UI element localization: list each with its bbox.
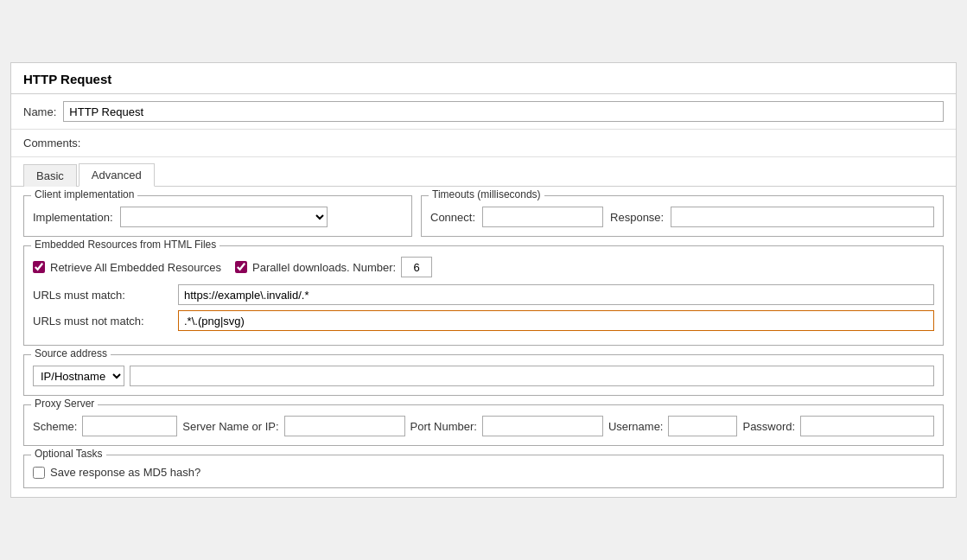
proxy-legend: Proxy Server [31, 398, 98, 410]
retrieve-label: Retrieve All Embedded Resources [50, 261, 221, 274]
embedded-checkboxes-row: Retrieve All Embedded Resources Parallel… [33, 257, 934, 277]
source-address-fieldset: Source address IP/Hostname Device IP [23, 354, 944, 396]
scheme-label: Scheme: [33, 420, 77, 433]
source-legend: Source address [31, 347, 111, 360]
tab-basic[interactable]: Basic [23, 164, 77, 187]
client-impl-fieldset: Client implementation Implementation: HT… [23, 195, 412, 237]
urls-must-match-row: URLs must match: [33, 284, 934, 305]
impl-label: Implementation: [33, 211, 113, 224]
password-label: Password: [742, 420, 795, 433]
embedded-content: Retrieve All Embedded Resources Parallel… [33, 257, 934, 331]
name-input[interactable] [63, 101, 944, 122]
panel-title: HTTP Request [11, 63, 956, 94]
tabs-row: Basic Advanced [11, 157, 956, 187]
urls-must-not-match-label: URLs must not match: [33, 315, 171, 328]
port-label: Port Number: [410, 420, 477, 433]
connect-label: Connect: [430, 211, 475, 224]
parallel-num-input[interactable] [401, 257, 432, 277]
client-impl-legend: Client implementation [31, 188, 137, 200]
timeouts-legend: Timeouts (milliseconds) [429, 188, 544, 200]
response-input[interactable] [671, 207, 934, 227]
source-type-select[interactable]: IP/Hostname Device IP [33, 366, 124, 386]
timeouts-fieldset: Timeouts (milliseconds) Connect: Respons… [421, 195, 944, 237]
urls-must-match-label: URLs must match: [33, 289, 171, 302]
scheme-input[interactable] [82, 416, 177, 436]
save-md5-checkbox[interactable] [33, 467, 45, 479]
client-impl-content: Implementation: HTTPClient4 Java [33, 207, 403, 227]
name-row: Name: [11, 94, 956, 130]
parallel-label: Parallel downloads. Number: [252, 261, 396, 274]
name-label: Name: [23, 105, 56, 118]
optional-tasks-fieldset: Optional Tasks Save response as MD5 hash… [23, 455, 944, 488]
impl-select[interactable]: HTTPClient4 Java [120, 207, 328, 227]
optional-legend: Optional Tasks [31, 448, 106, 460]
embedded-resources-fieldset: Embedded Resources from HTML Files Retri… [23, 245, 944, 346]
password-input[interactable] [800, 416, 934, 436]
source-value-input[interactable] [130, 366, 934, 386]
parallel-downloads-checkbox[interactable] [235, 261, 247, 273]
retrieve-embedded-checkbox[interactable] [33, 261, 45, 273]
top-fieldsets: Client implementation Implementation: HT… [23, 195, 944, 237]
port-input[interactable] [482, 416, 603, 436]
response-label: Response: [610, 211, 664, 224]
source-content: IP/Hostname Device IP [33, 366, 934, 386]
connect-input[interactable] [482, 207, 603, 227]
proxy-server-fieldset: Proxy Server Scheme: Server Name or IP: … [23, 404, 944, 446]
save-md5-label: Save response as MD5 hash? [50, 466, 200, 479]
timeouts-content: Connect: Response: [430, 207, 934, 227]
advanced-tab-content: Client implementation Implementation: HT… [11, 195, 956, 488]
urls-must-not-match-input[interactable] [178, 310, 934, 331]
tab-advanced[interactable]: Advanced [79, 163, 155, 187]
optional-content: Save response as MD5 hash? [33, 466, 934, 479]
server-input[interactable] [284, 416, 405, 436]
comments-label: Comments: [23, 137, 80, 150]
urls-must-not-match-row: URLs must not match: [33, 310, 934, 331]
embedded-legend: Embedded Resources from HTML Files [31, 239, 219, 251]
proxy-content: Scheme: Server Name or IP: Port Number: … [33, 416, 934, 436]
username-input[interactable] [668, 416, 737, 436]
username-label: Username: [608, 420, 664, 433]
server-label: Server Name or IP: [182, 420, 278, 433]
urls-must-match-input[interactable] [178, 284, 934, 305]
main-panel: HTTP Request Name: Comments: Basic Advan… [10, 62, 957, 498]
comments-row: Comments: [11, 130, 956, 157]
